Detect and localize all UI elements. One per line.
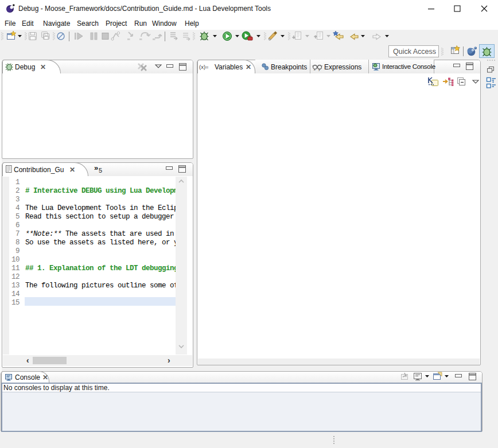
svg-text:x: x <box>314 68 316 71</box>
svg-text:y: y <box>318 68 320 71</box>
